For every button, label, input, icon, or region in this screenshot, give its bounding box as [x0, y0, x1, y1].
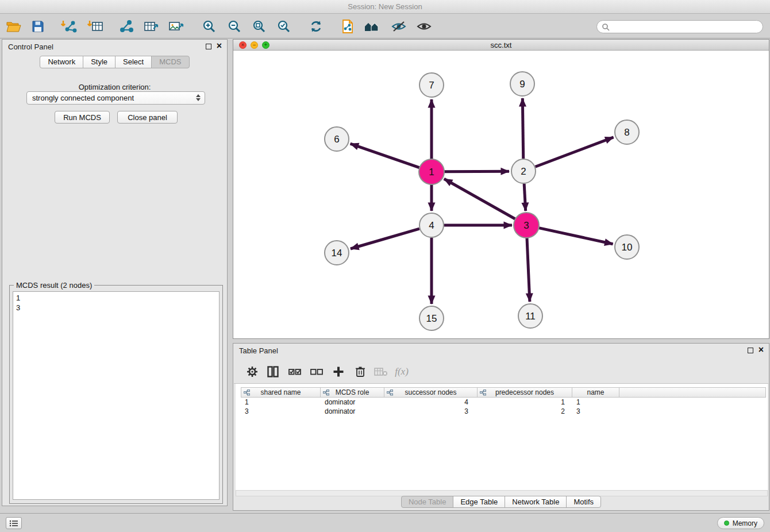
graph-edge-4-14[interactable] [351, 229, 419, 249]
memory-status-dot [724, 521, 729, 526]
eye-icon[interactable] [415, 17, 433, 36]
tab-node-table[interactable]: Node Table [401, 496, 454, 508]
function-builder-icon[interactable]: f(x) [394, 364, 410, 380]
main-toolbar [0, 14, 770, 38]
search-field[interactable] [596, 20, 763, 33]
graph-node-label: 6 [334, 134, 339, 145]
criterion-dropdown-value: strongly connected component [32, 94, 134, 102]
save-session-icon[interactable] [29, 17, 47, 36]
graph-node-label: 10 [622, 242, 633, 253]
table-toolbar: f(x) [234, 358, 768, 384]
deselect-all-icon[interactable] [309, 364, 325, 380]
graph-edge-2-3[interactable] [524, 184, 526, 211]
export-image-icon[interactable] [167, 17, 185, 36]
window-close-icon[interactable]: × [239, 41, 247, 49]
select-all-icon[interactable] [287, 364, 303, 380]
criterion-dropdown[interactable]: strongly connected component [26, 91, 205, 105]
graph-node-11[interactable]: 11 [518, 304, 542, 328]
graphics-details-icon[interactable] [390, 17, 408, 36]
graph-node-7[interactable]: 7 [419, 73, 444, 97]
float-panel-icon[interactable] [206, 44, 211, 49]
run-mcds-button[interactable]: Run MCDS [55, 111, 110, 124]
graph-node-label: 3 [523, 220, 529, 231]
graph-node-4[interactable]: 4 [419, 213, 444, 237]
column-header-name[interactable]: name [572, 387, 619, 398]
network-graph[interactable]: 7968124314101511 [233, 51, 769, 338]
graph-node-label: 7 [429, 80, 434, 91]
graph-edge-1-2[interactable] [444, 171, 509, 172]
table-row[interactable]: 1 dominator 4 1 1 [241, 398, 766, 407]
graph-edge-3-10[interactable] [538, 228, 613, 244]
graph-edge-3-1[interactable] [444, 179, 515, 219]
first-neighbors-icon[interactable] [363, 17, 382, 36]
column-header-successor-nodes[interactable]: successor nodes [384, 387, 478, 398]
control-panel-title: Control Panel [8, 43, 53, 51]
list-icon [9, 520, 18, 527]
graph-node-2[interactable]: 2 [511, 159, 536, 183]
column-header-shared-name[interactable]: shared name [241, 387, 321, 398]
tab-network[interactable]: Network [40, 56, 83, 68]
graph-node-15[interactable]: 15 [419, 306, 444, 330]
tab-network-table[interactable]: Network Table [505, 496, 567, 508]
table-tabs: Node Table Edge Table Network Table Moti… [233, 496, 769, 508]
tab-select[interactable]: Select [115, 56, 152, 68]
delete-table-icon[interactable] [373, 364, 389, 380]
table-header-row: shared name MCDS role successor nodes pr… [241, 387, 766, 398]
graph-node-label: 8 [624, 127, 629, 138]
graph-node-8[interactable]: 8 [615, 120, 639, 144]
graph-edge-3-11[interactable] [527, 238, 530, 302]
close-panel-button[interactable]: Close panel [117, 111, 178, 124]
graph-node-3[interactable]: 3 [514, 213, 539, 238]
import-table-icon[interactable] [86, 17, 105, 36]
network-window-title: scc.txt [491, 41, 512, 49]
add-column-icon[interactable] [330, 364, 346, 380]
refresh-icon[interactable] [307, 17, 325, 36]
graph-node-14[interactable]: 14 [325, 241, 349, 265]
graph-node-label: 11 [525, 311, 536, 322]
mcds-result-title: MCDS result (2 nodes) [14, 281, 94, 290]
copy-network-icon[interactable] [338, 17, 357, 36]
zoom-selected-icon[interactable] [275, 17, 293, 36]
node-table: shared name MCDS role successor nodes pr… [236, 384, 768, 490]
float-table-panel-icon[interactable] [748, 348, 753, 353]
zoom-in-icon[interactable] [200, 17, 218, 36]
zoom-fit-icon[interactable] [250, 17, 268, 36]
graph-node-label: 4 [429, 220, 434, 231]
graph-node-label: 15 [426, 313, 437, 324]
task-history-button[interactable] [6, 517, 22, 529]
graph-node-9[interactable]: 9 [510, 72, 534, 96]
import-network-icon[interactable] [60, 17, 78, 36]
export-table-icon[interactable] [142, 17, 160, 36]
graph-node-6[interactable]: 6 [325, 127, 349, 151]
tab-edge-table[interactable]: Edge Table [453, 496, 505, 508]
tab-style[interactable]: Style [83, 56, 116, 68]
zoom-out-icon[interactable] [225, 17, 244, 36]
close-panel-icon[interactable]: × [217, 41, 222, 51]
network-window-titlebar[interactable]: × – + scc.txt [233, 40, 769, 51]
graph-edge-2-9[interactable] [522, 98, 523, 159]
network-window: × – + scc.txt 7968124314101511 [233, 39, 769, 339]
tab-mcds[interactable]: MCDS [151, 56, 189, 68]
window-minimize-icon[interactable]: – [251, 41, 258, 49]
delete-column-icon[interactable] [352, 364, 368, 380]
search-input[interactable] [610, 22, 763, 31]
tab-motifs[interactable]: Motifs [566, 496, 601, 508]
column-header-filler [619, 387, 766, 398]
new-network-icon[interactable] [117, 17, 136, 36]
mcds-result-box: MCDS result (2 nodes) 1 3 [9, 285, 223, 504]
memory-button[interactable]: Memory [717, 517, 764, 529]
graph-edge-1-6[interactable] [351, 144, 420, 168]
column-header-mcds-role[interactable]: MCDS role [321, 387, 384, 398]
mcds-result-list[interactable]: 1 3 [13, 291, 220, 500]
show-columns-icon[interactable] [265, 364, 281, 380]
table-settings-gear-icon[interactable] [244, 364, 260, 380]
graph-node-label: 9 [519, 79, 525, 90]
table-row[interactable]: 3 dominator 3 2 3 [241, 407, 766, 416]
graph-node-10[interactable]: 10 [615, 235, 639, 259]
window-maximize-icon[interactable]: + [262, 41, 270, 49]
close-table-panel-icon[interactable]: × [759, 345, 764, 354]
graph-edge-2-8[interactable] [536, 137, 614, 167]
graph-node-1[interactable]: 1 [419, 159, 444, 184]
column-header-predecessor-nodes[interactable]: predecessor nodes [478, 387, 572, 398]
open-session-icon[interactable] [5, 17, 23, 36]
